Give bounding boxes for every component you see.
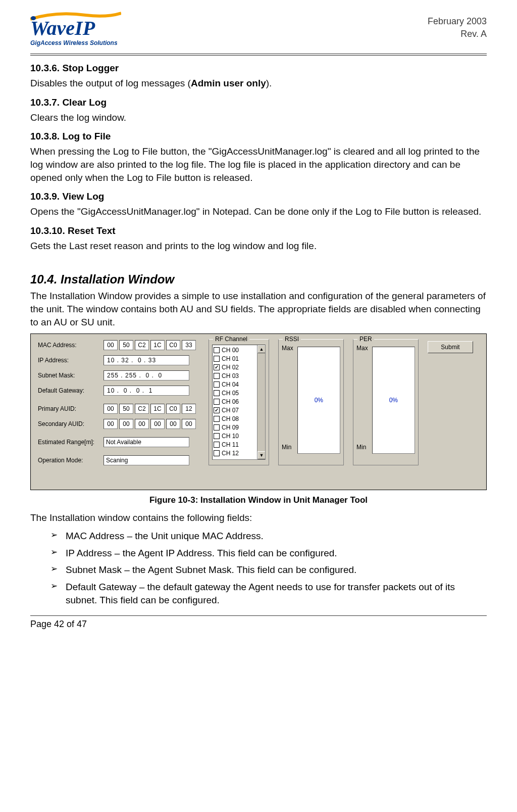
scroll-up-icon[interactable]: ▲ [257, 345, 266, 353]
gateway-input[interactable] [104, 386, 189, 396]
mac-octet-4[interactable] [166, 340, 180, 350]
rf-channel-item[interactable]: ✓CH 02 [214, 363, 256, 371]
rf-channel-item[interactable]: CH 03 [214, 371, 256, 380]
primary-auid-octet-4[interactable] [166, 404, 180, 414]
bullet-glyph-icon: ➢ [50, 581, 60, 606]
mac-octet-1[interactable] [119, 340, 133, 350]
rf-channel-item[interactable]: CH 09 [214, 423, 256, 432]
secondary-auid-octet-5[interactable] [182, 419, 196, 429]
submit-button[interactable]: Submit [428, 341, 473, 353]
fields-intro: The Installation window contains the fol… [30, 511, 487, 524]
figure-caption: Figure 10-3: Installation Window in Unit… [30, 495, 487, 505]
header-date: February 2003 [428, 15, 487, 28]
bullet-item: ➢Subnet Mask – the Agent Subnet Mask. Th… [50, 563, 487, 577]
checkbox-icon[interactable] [214, 390, 220, 396]
rf-channel-label: CH 08 [222, 415, 239, 422]
rf-channel-item[interactable]: ✓CH 07 [214, 406, 256, 414]
primary-auid-octet-3[interactable] [150, 404, 165, 414]
section-body-stop-logger: Disables the output of log messages (Adm… [30, 77, 487, 90]
rf-channel-label: CH 02 [222, 364, 239, 371]
checkbox-icon[interactable] [214, 442, 220, 448]
logo-text: WaveIP [30, 18, 121, 38]
primary-auid-octet-2[interactable] [135, 404, 149, 414]
scroll-down-icon[interactable]: ▼ [257, 451, 266, 459]
bullet-item: ➢MAC Address – the Unit unique MAC Addre… [50, 530, 487, 543]
rf-channel-label: CH 00 [222, 347, 239, 354]
rf-channel-label: CH 09 [222, 424, 239, 431]
rf-channel-item[interactable]: CH 06 [214, 397, 256, 406]
label-mode: Operation Mode: [38, 457, 104, 464]
checkbox-icon[interactable] [214, 356, 220, 362]
checkbox-icon[interactable] [214, 373, 220, 379]
logo: WaveIP GigAccess Wireless Solutions [30, 10, 121, 46]
mode-input[interactable] [104, 455, 189, 465]
secondary-auid-octet-2[interactable] [135, 419, 149, 429]
checkbox-icon[interactable] [214, 450, 220, 456]
checkbox-icon[interactable]: ✓ [214, 407, 220, 413]
secondary-auid-octet-1[interactable] [119, 419, 133, 429]
rf-channel-label: CH 03 [222, 372, 239, 379]
rf-channel-item[interactable]: CH 12 [214, 449, 256, 457]
header-meta: February 2003 Rev. A [428, 15, 487, 40]
range-input[interactable] [104, 437, 189, 447]
primary-auid-octet-0[interactable] [104, 404, 118, 414]
mac-octet-5[interactable] [182, 340, 196, 350]
mac-input-group [104, 340, 196, 350]
mac-octet-3[interactable] [150, 340, 165, 350]
figure-left-panel: MAC Address: IP Address: Subnet Mask: De… [38, 339, 199, 469]
subnet-input[interactable] [104, 370, 189, 380]
per-min-label: Min [356, 444, 368, 451]
rf-channel-item[interactable]: CH 10 [214, 432, 256, 440]
rf-scrollbar[interactable]: ▲ ▼ [257, 345, 265, 459]
bullet-item: ➢Default Gateway – the default gateway t… [50, 581, 487, 606]
label-subnet: Subnet Mask: [38, 372, 104, 379]
fields-bullet-list: ➢MAC Address – the Unit unique MAC Addre… [50, 530, 487, 606]
bullet-text: MAC Address – the Unit unique MAC Addres… [66, 530, 264, 543]
secondary-auid-octet-0[interactable] [104, 419, 118, 429]
checkbox-icon[interactable]: ✓ [214, 364, 220, 370]
rf-channel-item[interactable]: CH 01 [214, 354, 256, 363]
rf-channel-label: CH 01 [222, 355, 239, 362]
section-title-clear-log: 10.3.7. Clear Log [30, 97, 487, 108]
label-secondary-auid: Secondary AUID: [38, 420, 104, 427]
checkbox-icon[interactable] [214, 347, 220, 353]
rf-channel-item[interactable]: CH 00 [214, 346, 256, 354]
checkbox-icon[interactable] [214, 381, 220, 388]
primary-auid-octet-1[interactable] [119, 404, 133, 414]
rf-channel-label: CH 11 [222, 441, 239, 448]
checkbox-icon[interactable] [214, 399, 220, 405]
label-range: Estimated Range[m]: [38, 439, 104, 446]
secondary-auid-octet-3[interactable] [150, 419, 165, 429]
bullet-text: Subnet Mask – the Agent Subnet Mask. Thi… [66, 563, 356, 577]
bullet-item: ➢IP Address – the Agent IP Address. This… [50, 547, 487, 560]
label-gateway: Default Gateway: [38, 387, 104, 394]
rf-channel-label: CH 05 [222, 390, 239, 397]
secondary-auid-group [104, 419, 196, 429]
checkbox-icon[interactable] [214, 424, 220, 431]
header-rev: Rev. A [428, 28, 487, 40]
rssi-group: Max Min 0% [278, 339, 344, 465]
section-body-reset-text: Gets the Last reset reason and prints to… [30, 240, 487, 253]
rf-channel-item[interactable]: CH 04 [214, 380, 256, 389]
checkbox-icon[interactable] [214, 416, 220, 422]
ip-input[interactable] [104, 355, 189, 365]
per-group: Max Min 0% [353, 339, 419, 465]
primary-auid-octet-5[interactable] [182, 404, 196, 414]
major-section-title: 10.4. Installation Window [30, 272, 487, 286]
rf-channel-item[interactable]: CH 11 [214, 440, 256, 449]
rf-channel-item[interactable]: CH 08 [214, 414, 256, 423]
mac-octet-2[interactable] [135, 340, 149, 350]
rf-channel-item[interactable]: CH 05 [214, 389, 256, 397]
secondary-auid-octet-4[interactable] [166, 419, 180, 429]
page-footer: Page 42 of 47 [30, 619, 487, 630]
rf-channel-list[interactable]: CH 00CH 01✓CH 02CH 03CH 04CH 05CH 06✓CH … [212, 345, 266, 460]
rf-channel-label: CH 07 [222, 407, 239, 414]
rf-channel-label: CH 06 [222, 398, 239, 405]
section-title-log-to-file: 10.3.8. Log to File [30, 131, 487, 142]
label-mac: MAC Address: [38, 342, 104, 349]
primary-auid-group [104, 404, 196, 414]
checkbox-icon[interactable] [214, 433, 220, 439]
mac-octet-0[interactable] [104, 340, 118, 350]
section-body-log-to-file: When pressing the Log to File button, th… [30, 145, 487, 184]
rf-channel-label: CH 04 [222, 381, 239, 388]
